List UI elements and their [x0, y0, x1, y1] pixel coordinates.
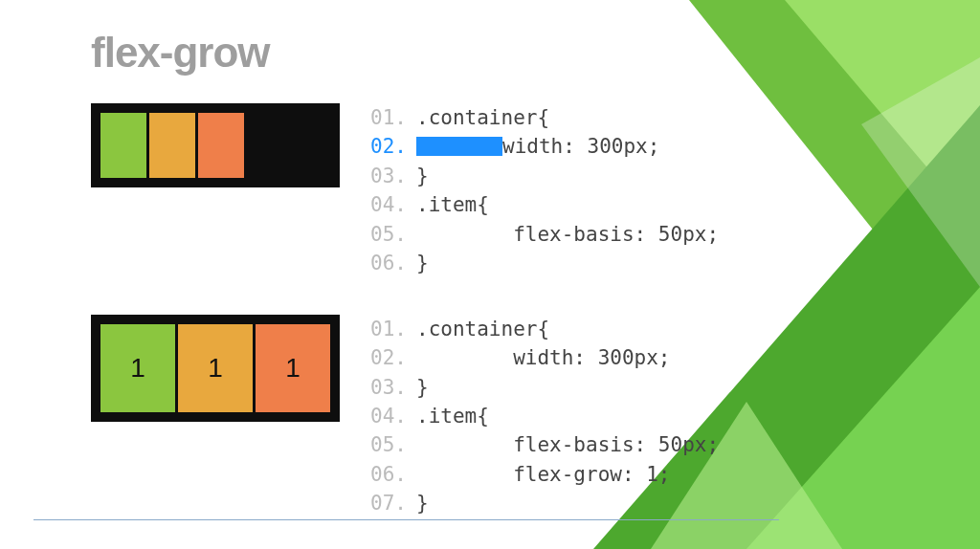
code-text: }: [416, 376, 429, 399]
code-text: flex-basis: 50px;: [416, 223, 719, 246]
line-number: 02.: [367, 343, 407, 372]
line-number: 06.: [367, 249, 407, 277]
line-number: 06.: [367, 460, 407, 489]
code-text: }: [416, 165, 429, 187]
highlight-bar: [416, 137, 502, 156]
line-number: 04.: [367, 190, 407, 219]
flex-item-yellow: [149, 113, 195, 178]
line-number: 04.: [367, 402, 407, 430]
code-text: .container{: [416, 106, 549, 129]
line-number: 01.: [367, 315, 407, 343]
flex-item-green: [100, 113, 146, 178]
code-text: .item{: [416, 193, 489, 216]
line-number: 02.: [367, 132, 407, 161]
slide-title: flex-grow: [91, 29, 903, 77]
flex-item-green: 1: [100, 324, 175, 412]
line-number: 03.: [367, 373, 407, 402]
line-number: 07.: [367, 489, 407, 517]
code-text: flex-basis: 50px;: [416, 433, 719, 456]
code-text: flex-grow: 1;: [416, 463, 671, 486]
line-number: 01.: [367, 103, 407, 132]
code-text: .container{: [416, 318, 549, 340]
line-number: 05.: [367, 220, 407, 249]
flex-item-orange: [198, 113, 244, 178]
flex-container-demo-1: [91, 103, 340, 187]
example-2: 1 1 1 01..container{02. width: 300px;03.…: [91, 315, 903, 518]
code-block-1: 01..container{02.width: 300px;03.}04..it…: [367, 103, 719, 278]
code-text: }: [416, 252, 429, 274]
flex-item-yellow: 1: [178, 324, 253, 412]
code-text: width: 300px;: [502, 135, 659, 158]
horizontal-rule: [33, 519, 779, 520]
flex-item-orange: 1: [256, 324, 330, 412]
code-text: }: [416, 492, 429, 515]
code-block-2: 01..container{02. width: 300px;03.}04..i…: [367, 315, 719, 518]
code-text: width: 300px;: [416, 346, 671, 369]
line-number: 03.: [367, 162, 407, 190]
flex-container-demo-2: 1 1 1: [91, 315, 340, 422]
code-text: .item{: [416, 405, 489, 428]
example-1: 01..container{02.width: 300px;03.}04..it…: [91, 103, 903, 278]
line-number: 05.: [367, 430, 407, 459]
